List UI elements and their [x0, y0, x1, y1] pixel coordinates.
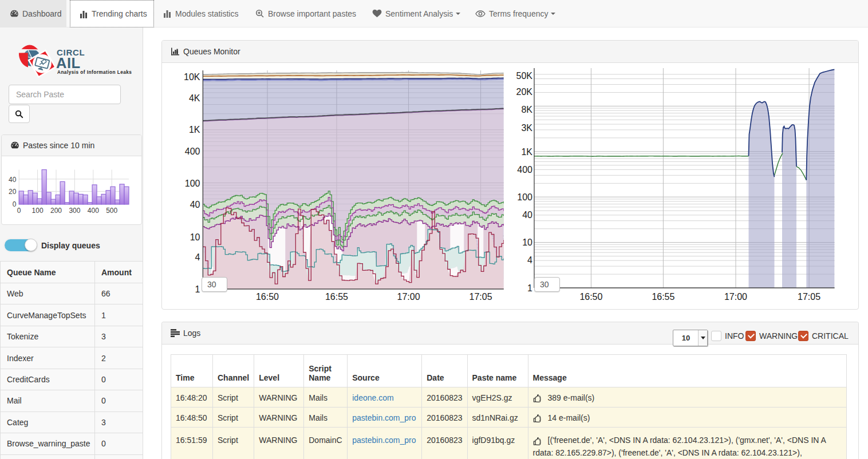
svg-text:Analysis of Information Leaks: Analysis of Information Leaks — [57, 70, 132, 75]
svg-text:AIL: AIL — [56, 55, 81, 71]
